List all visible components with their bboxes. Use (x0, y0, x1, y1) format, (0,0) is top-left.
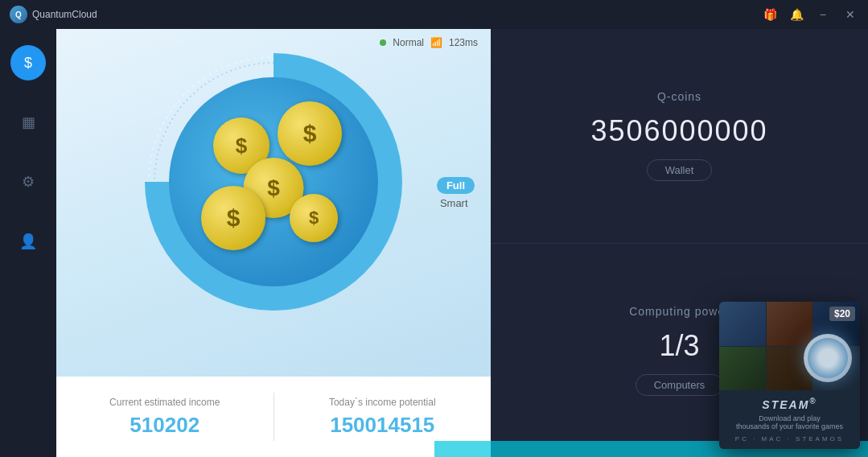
bell-icon[interactable]: 🔔 (790, 8, 804, 21)
window-controls: 🎁 🔔 − ✕ (763, 8, 858, 21)
sidebar-item-settings[interactable]: ⚙ (10, 164, 46, 200)
current-income-value: 510202 (130, 413, 200, 438)
steam-logo (804, 334, 852, 382)
coin-5: $ (290, 194, 338, 242)
gauge-labels: Full Smart (437, 177, 475, 209)
steam-subtitle: Download and playthousands of your favor… (726, 414, 854, 430)
gauge-container: $ $ $ $ $ Full Smart (145, 53, 402, 311)
game-thumb-4 (719, 347, 766, 391)
profile-icon: 👤 (19, 233, 37, 250)
potential-income: Today`s income potential 150014515 (274, 397, 492, 438)
gauge-outer: $ $ $ $ $ (145, 53, 402, 311)
stats-icon: ▦ (22, 113, 35, 131)
game-thumb-1 (719, 302, 766, 346)
wifi-icon: 📶 (430, 37, 442, 48)
steam-title: STEAM® (726, 397, 854, 411)
ping-value: 123ms (449, 37, 478, 48)
mode-full-label[interactable]: Full (437, 177, 475, 194)
minimize-button[interactable]: − (817, 8, 829, 21)
qcoins-value: 3506000000 (590, 114, 767, 148)
computers-button[interactable]: Computers (636, 374, 724, 396)
titlebar: Q QuantumCloud 🎁 🔔 − ✕ (0, 0, 868, 29)
close-button[interactable]: ✕ (842, 8, 858, 21)
qcoins-label: Q-coins (657, 90, 701, 103)
steam-card[interactable]: $20 STEAM® Download and playthousands of… (719, 302, 860, 449)
mode-smart-label: Smart (437, 197, 468, 209)
potential-income-label: Today`s income potential (329, 397, 436, 408)
gauge-inner: $ $ $ $ $ (169, 77, 378, 286)
coin-2: $ (278, 101, 342, 166)
steam-platforms: PC · MAC · STEAMOS (726, 435, 854, 443)
coin-4: $ (201, 186, 265, 250)
computing-value: 1/3 (659, 329, 699, 363)
sidebar-item-stats[interactable]: ▦ (10, 105, 46, 140)
qcoins-section: Q-coins 3506000000 Wallet (491, 29, 868, 244)
gear-icon: ⚙ (22, 173, 35, 191)
sidebar: $ ▦ ⚙ 👤 (0, 29, 56, 457)
potential-income-value: 150014515 (330, 413, 434, 438)
steam-price-badge: $20 (829, 307, 855, 321)
current-income-label: Current estimated income (109, 397, 220, 408)
sidebar-item-profile[interactable]: 👤 (10, 224, 46, 259)
status-dot (380, 39, 386, 46)
status-mode: Normal (393, 37, 424, 48)
sidebar-item-wallet[interactable]: $ (10, 45, 46, 80)
computing-label: Computing power (629, 305, 730, 318)
steam-game-thumbnails: $20 (719, 302, 860, 390)
logo-icon: Q (10, 6, 27, 23)
wallet-button[interactable]: Wallet (647, 159, 713, 181)
income-bar: Current estimated income 510202 Today`s … (56, 377, 491, 457)
gauge-panel: Normal 📶 123ms $ $ $ $ $ (56, 29, 491, 457)
app-title: QuantumCloud (32, 9, 97, 20)
current-income: Current estimated income 510202 (56, 397, 274, 438)
dollar-icon: $ (24, 55, 32, 72)
gift-icon[interactable]: 🎁 (763, 8, 777, 21)
app-logo: Q QuantumCloud (10, 6, 97, 23)
status-bar: Normal 📶 123ms (380, 37, 478, 48)
steam-card-body: STEAM® Download and playthousands of you… (719, 390, 860, 449)
